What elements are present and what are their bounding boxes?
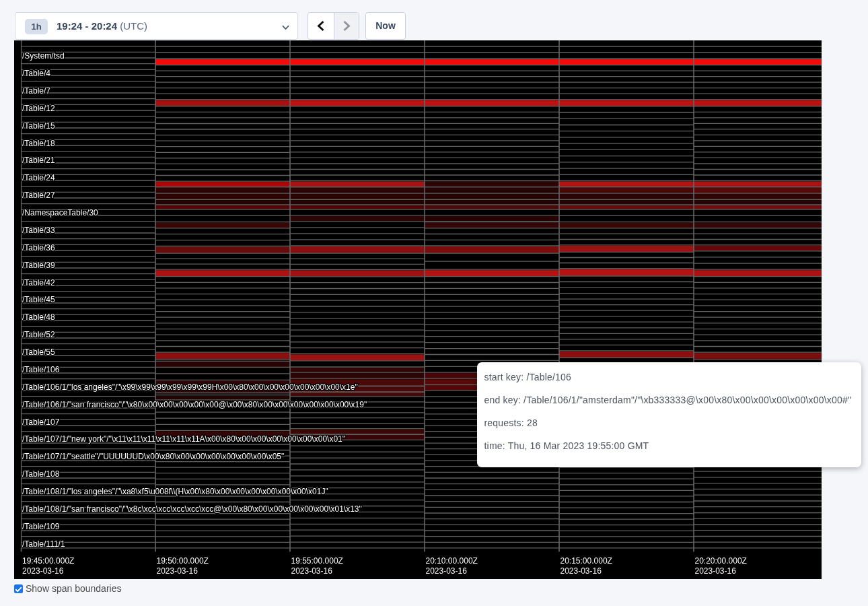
- svg-text:/Table/33: /Table/33: [22, 226, 55, 235]
- svg-text:/Table/15: /Table/15: [22, 121, 55, 131]
- svg-text:/Table/45: /Table/45: [22, 295, 55, 304]
- svg-text:/Table/7: /Table/7: [22, 86, 50, 96]
- svg-text:/Table/107/1/"seattle"/"UUUUUU: /Table/107/1/"seattle"/"UUUUUUD\x00\x80\…: [22, 452, 284, 461]
- svg-text:2023-03-16: 2023-03-16: [22, 566, 64, 576]
- svg-text:/Table/39: /Table/39: [22, 261, 55, 270]
- svg-text:/Table/106: /Table/106: [22, 365, 60, 374]
- svg-text:2023-03-16: 2023-03-16: [695, 566, 737, 576]
- svg-text:/Table/42: /Table/42: [22, 278, 55, 288]
- svg-text:/Table/111/1: /Table/111/1: [22, 539, 65, 549]
- svg-text:/Table/108: /Table/108: [22, 469, 60, 479]
- svg-text:/Table/106/1/"los angeles"/"\x: /Table/106/1/"los angeles"/"\x99\x99\x99…: [22, 382, 358, 392]
- svg-text:19:50:00.000Z: 19:50:00.000Z: [157, 556, 209, 566]
- svg-text:/Table/55: /Table/55: [22, 347, 55, 357]
- svg-text:/Table/108/1/"san francisco"/": /Table/108/1/"san francisco"/"\x8c\xcc\x…: [22, 504, 362, 514]
- svg-text:/Table/18: /Table/18: [22, 139, 55, 148]
- svg-text:2023-03-16: 2023-03-16: [157, 566, 198, 576]
- svg-text:/Table/21: /Table/21: [22, 156, 55, 165]
- svg-text:/Table/52: /Table/52: [22, 330, 55, 339]
- svg-text:/Table/108/1/"los angeles"/"\x: /Table/108/1/"los angeles"/"\xa8\xf5\u00…: [22, 487, 328, 496]
- svg-text:/Table/4: /Table/4: [22, 69, 50, 78]
- svg-text:2023-03-16: 2023-03-16: [560, 566, 602, 576]
- svg-text:/Table/24: /Table/24: [22, 173, 55, 182]
- svg-text:19:55:00.000Z: 19:55:00.000Z: [291, 556, 343, 566]
- svg-text:/Table/106/1/"san francisco"/": /Table/106/1/"san francisco"/"\x80\x00\x…: [22, 400, 367, 409]
- svg-text:/NamespaceTable/30: /NamespaceTable/30: [22, 208, 98, 217]
- svg-text:20:10:00.000Z: 20:10:00.000Z: [426, 556, 478, 566]
- svg-text:2023-03-16: 2023-03-16: [426, 566, 468, 576]
- svg-text:/Table/27: /Table/27: [22, 191, 55, 200]
- svg-text:/Table/107/1/"new york"/"\x11\: /Table/107/1/"new york"/"\x11\x11\x11\x1…: [22, 434, 345, 444]
- svg-text:/Table/48: /Table/48: [22, 312, 55, 322]
- svg-text:20:20:00.000Z: 20:20:00.000Z: [695, 556, 747, 566]
- svg-text:19:45:00.000Z: 19:45:00.000Z: [22, 556, 74, 566]
- svg-text:/System/tsd: /System/tsd: [22, 51, 65, 61]
- svg-text:20:15:00.000Z: 20:15:00.000Z: [560, 556, 612, 566]
- svg-text:2023-03-16: 2023-03-16: [291, 566, 333, 576]
- svg-text:/Table/12: /Table/12: [22, 104, 55, 113]
- svg-text:/Table/109: /Table/109: [22, 522, 60, 531]
- svg-text:/Table/107: /Table/107: [22, 417, 60, 427]
- svg-text:/Table/36: /Table/36: [22, 243, 55, 252]
